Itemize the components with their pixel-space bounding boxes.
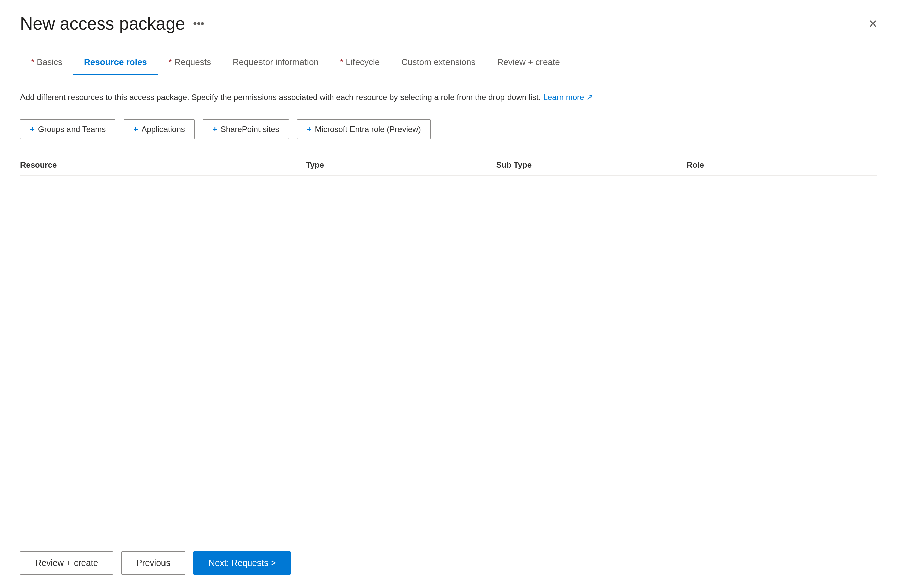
table-header-row: Resource Type Sub Type Role [20, 155, 877, 176]
plus-icon: + [30, 125, 35, 134]
required-asterisk-requests: * [168, 57, 172, 67]
plus-icon-entra: + [307, 125, 312, 134]
sharepoint-label: SharePoint sites [220, 125, 279, 134]
entra-role-label: Microsoft Entra role (Preview) [315, 125, 421, 134]
more-options-icon[interactable]: ••• [193, 17, 204, 30]
column-header-subtype: Sub Type [496, 160, 687, 170]
tab-review-create[interactable]: Review + create [486, 50, 570, 75]
page-title: New access package [20, 14, 185, 34]
resource-type-buttons: + Groups and Teams + Applications + Shar… [20, 119, 877, 139]
learn-more-link[interactable]: Learn more ↗ [543, 93, 593, 102]
column-header-role: Role [687, 160, 877, 170]
required-asterisk-lifecycle: * [340, 57, 343, 67]
tab-custom-extensions[interactable]: Custom extensions [390, 50, 486, 75]
applications-label: Applications [141, 125, 185, 134]
review-create-button[interactable]: Review + create [20, 551, 113, 574]
groups-teams-label: Groups and Teams [38, 125, 106, 134]
tab-requests[interactable]: * Requests [158, 50, 222, 75]
previous-button[interactable]: Previous [121, 551, 185, 574]
tab-requestor-information[interactable]: Requestor information [222, 50, 329, 75]
tab-basics[interactable]: * Basics [20, 50, 73, 75]
tab-navigation: * Basics Resource roles * Requests Reque… [20, 50, 877, 75]
add-applications-button[interactable]: + Applications [124, 119, 194, 139]
plus-icon-apps: + [133, 125, 138, 134]
tab-resource-roles[interactable]: Resource roles [73, 50, 158, 75]
add-groups-teams-button[interactable]: + Groups and Teams [20, 119, 115, 139]
add-entra-role-button[interactable]: + Microsoft Entra role (Preview) [297, 119, 431, 139]
add-sharepoint-button[interactable]: + SharePoint sites [203, 119, 289, 139]
tab-lifecycle[interactable]: * Lifecycle [329, 50, 391, 75]
resources-table: Resource Type Sub Type Role [20, 155, 877, 588]
next-requests-button[interactable]: Next: Requests > [193, 551, 291, 574]
table-divider [20, 176, 877, 176]
description-text: Add different resources to this access p… [20, 91, 625, 103]
footer-actions: Review + create Previous Next: Requests … [0, 538, 897, 588]
column-header-resource: Resource [20, 160, 306, 170]
plus-icon-sharepoint: + [213, 125, 217, 134]
required-asterisk: * [31, 57, 34, 67]
column-header-type: Type [306, 160, 496, 170]
close-button[interactable]: × [869, 17, 877, 30]
